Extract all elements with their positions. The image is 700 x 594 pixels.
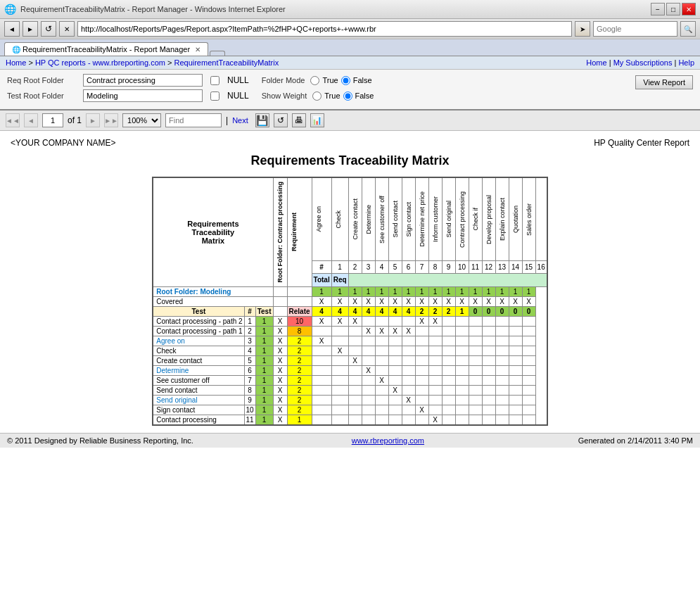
col16-header: Sales order (524, 201, 534, 239)
browser-title: RequirementTraceabilityMatrix - Report M… (20, 5, 651, 13)
col7-header: Sign contact (404, 199, 414, 240)
prev-page-button[interactable]: ◄ (24, 113, 38, 127)
req-null-label: NULL (227, 75, 249, 85)
table-row: See customer off 7 1 X 2 X (153, 375, 547, 385)
next-page-button[interactable]: ► (86, 113, 100, 127)
back-button[interactable]: ◄ (4, 21, 20, 37)
test-root-input[interactable] (83, 89, 203, 102)
matrix-table: RequirementsTraceabilityMatrix Root Fold… (152, 177, 547, 426)
first-page-button[interactable]: ◄◄ (6, 113, 20, 127)
report-toolbar: ◄◄ ◄ of 1 ► ►► 100%75%50%125%150% | Next… (0, 110, 700, 131)
footer-bar: © 2011 Designed by Reliable Business Rep… (0, 433, 700, 448)
refresh-report-button[interactable]: ↺ (274, 113, 288, 127)
report-source: HP Quality Center Report (594, 138, 689, 148)
col1-header: Agree on (314, 203, 324, 235)
footer-website-link[interactable]: www.rbreporting.com (352, 436, 424, 445)
col8-header: Determine net price (417, 189, 427, 250)
folder-mode-true-label: True (322, 76, 338, 84)
req-root-input[interactable] (83, 74, 203, 87)
test-null-label: NULL (227, 91, 249, 101)
col12-header: Check if (471, 205, 481, 234)
home-link[interactable]: Home (6, 58, 26, 67)
col2-header: Check (333, 208, 343, 232)
forward-button[interactable]: ► (23, 21, 38, 37)
col13-header: Develop proposal (484, 192, 494, 247)
col3-header: Create contact (350, 196, 360, 243)
nav-subscriptions-link[interactable]: My Subscriptions (613, 58, 673, 67)
footer-copyright: © 2011 Designed by Reliable Business Rep… (7, 436, 193, 445)
report-content: <YOUR COMPANY NAME> HP Quality Center Re… (0, 131, 700, 433)
table-row: Determine 6 1 X 2 X (153, 365, 547, 375)
search-input[interactable] (593, 21, 677, 37)
nav-help-link[interactable]: Help (678, 58, 694, 67)
show-weight-false-label: False (355, 91, 374, 100)
table-row: Contact processing - path 1 2 1 X 8 X X … (153, 326, 547, 336)
maximize-button[interactable]: □ (666, 3, 680, 15)
col15-header: Quotation (511, 203, 521, 236)
report-nav: Home > HP QC reports - www.rbreporting.c… (0, 56, 700, 70)
nav-sep1: > (28, 58, 34, 67)
col10-header: Send original (444, 198, 454, 241)
table-row: Send contact 8 1 X 2 X (153, 385, 547, 395)
show-weight-radio-group: True False (312, 91, 374, 101)
table-row: Agree on 3 1 X 2 X (153, 336, 547, 346)
active-tab[interactable]: 🌐 RequirementTraceabilityMatrix - Report… (4, 42, 208, 56)
col4-header: Determine (364, 202, 374, 237)
layout-button[interactable]: 📊 (310, 113, 324, 127)
show-weight-true-radio[interactable] (312, 91, 322, 101)
table-row: Send original 9 1 X 2 X (153, 395, 547, 405)
view-report-button[interactable]: View Report (635, 75, 693, 89)
print-button[interactable]: 🖶 (292, 113, 306, 127)
tab-label: RequirementTraceabilityMatrix - Report M… (23, 45, 190, 53)
folder-mode-false-radio[interactable] (341, 76, 350, 85)
footer-generated: Generated on 2/14/2011 3:40 PM (578, 436, 693, 445)
folder-mode-radio-group: True False (310, 76, 371, 85)
table-row: Contact processing 11 1 X 1 X (153, 415, 547, 425)
go-button[interactable]: ➤ (575, 21, 590, 37)
folder-mode-label: Folder Mode (262, 76, 305, 84)
address-bar[interactable] (77, 21, 572, 37)
find-next-button[interactable]: Next (232, 116, 248, 125)
find-input[interactable] (165, 113, 222, 127)
nav-home-link[interactable]: Home (586, 58, 606, 67)
table-row: Sign contact 10 1 X 2 X (153, 405, 547, 415)
req-null-checkbox[interactable] (210, 76, 219, 85)
req-root-label: Req Root Folder (7, 76, 77, 84)
show-weight-true-label: True (324, 91, 340, 100)
page-total: of 1 (68, 115, 82, 125)
show-weight-label: Show Weight (262, 91, 307, 100)
hpqc-link[interactable]: HP QC reports - www.rbreporting.com (35, 58, 165, 67)
rtm-link[interactable]: RequirementTraceabilityMatrix (174, 58, 279, 67)
refresh-button[interactable]: ↺ (41, 21, 56, 37)
folder-mode-true-radio[interactable] (310, 76, 319, 85)
close-button[interactable]: ✕ (682, 3, 696, 15)
report-title: Requirements Traceability Matrix (11, 153, 689, 168)
col9-header: Inform customer (431, 194, 440, 245)
browser-toolbar: ◄ ► ↺ ✕ ➤ 🔍 (0, 19, 700, 39)
zoom-select[interactable]: 100%75%50%125%150% (122, 113, 161, 127)
browser-icon: 🌐 (4, 4, 16, 15)
show-weight-false-radio[interactable] (343, 91, 352, 101)
matrix-header-label: RequirementsTraceabilityMatrix (156, 220, 269, 245)
stop-button[interactable]: ✕ (59, 21, 75, 37)
tab-icon: 🌐 (12, 46, 20, 53)
search-button[interactable]: 🔍 (680, 21, 696, 37)
last-page-button[interactable]: ►► (104, 113, 118, 127)
folder-mode-false-label: False (353, 76, 372, 84)
company-name: <YOUR COMPANY NAME> (11, 138, 116, 148)
browser-titlebar: 🌐 RequirementTraceabilityMatrix - Report… (0, 0, 700, 19)
col14-header: Explain contact (497, 195, 507, 244)
test-null-checkbox[interactable] (210, 91, 219, 101)
export-button[interactable]: 💾 (255, 113, 269, 127)
table-row: Check 4 1 X 2 X (153, 346, 547, 355)
new-tab[interactable] (210, 51, 225, 56)
find-sep: | (226, 115, 228, 125)
table-row: Contact processing - path 2 1 1 X 10 X X… (153, 316, 547, 326)
root-folder-header: Root Folder: Contract processing (275, 179, 285, 286)
minimize-button[interactable]: − (651, 3, 665, 15)
col5-header: See customer off (377, 193, 387, 246)
browser-tabs: 🌐 RequirementTraceabilityMatrix - Report… (0, 39, 700, 56)
tab-close-icon[interactable]: ✕ (195, 46, 201, 53)
modeling-folder-label: Root Folder: Modeling (153, 286, 273, 296)
page-number-input[interactable] (42, 113, 63, 127)
